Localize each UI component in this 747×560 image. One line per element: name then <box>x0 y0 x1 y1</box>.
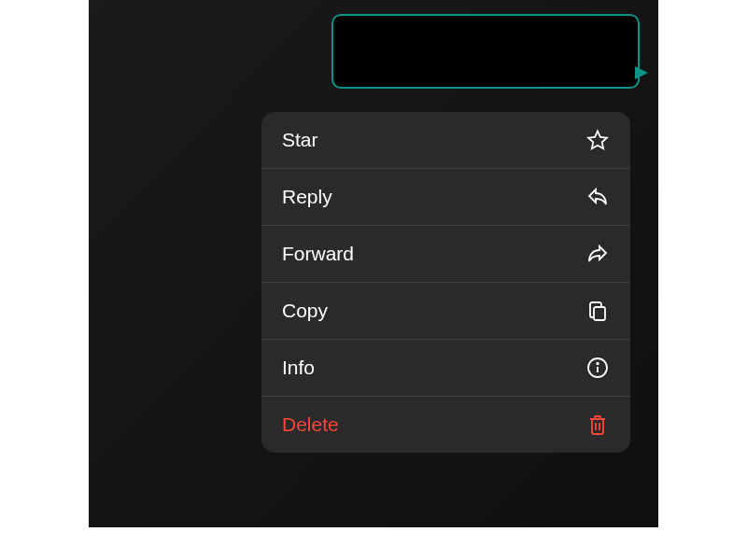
trash-icon <box>585 413 610 437</box>
copy-icon <box>585 299 610 323</box>
svg-rect-0 <box>594 307 605 320</box>
info-icon <box>585 356 610 380</box>
menu-item-star[interactable]: Star <box>261 112 630 169</box>
menu-label-star: Star <box>282 129 318 151</box>
menu-label-reply: Reply <box>282 186 332 208</box>
menu-item-delete[interactable]: Delete <box>261 397 630 453</box>
menu-label-forward: Forward <box>282 243 354 265</box>
menu-label-copy: Copy <box>282 300 328 322</box>
star-icon <box>585 128 610 152</box>
sent-message-bubble[interactable] <box>331 14 640 89</box>
svg-point-3 <box>597 363 599 365</box>
forward-icon <box>585 242 610 266</box>
message-context-menu: Star Reply Forward Copy <box>261 112 630 453</box>
reply-icon <box>585 185 610 209</box>
menu-label-delete: Delete <box>282 413 339 436</box>
menu-item-reply[interactable]: Reply <box>261 169 630 226</box>
menu-label-info: Info <box>282 357 315 379</box>
chat-screen: Star Reply Forward Copy <box>89 0 658 527</box>
menu-item-info[interactable]: Info <box>261 340 630 397</box>
menu-item-copy[interactable]: Copy <box>261 283 630 340</box>
menu-item-forward[interactable]: Forward <box>261 226 630 283</box>
